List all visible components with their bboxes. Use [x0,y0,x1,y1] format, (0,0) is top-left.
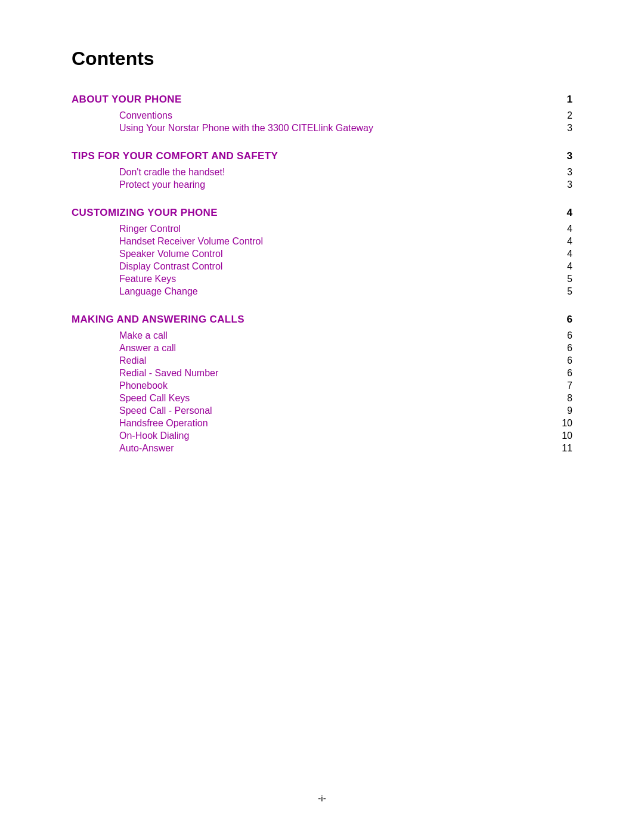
toc-sub-label-tips-for-comfort-1: Protect your hearing [119,179,205,190]
toc-heading-making-answering-calls: MAKING AND ANSWERING CALLS [72,314,244,326]
toc-sub-label-making-answering-calls-0: Make a call [119,330,168,341]
toc-section-customizing-your-phone: CUSTOMIZING YOUR PHONE4Ringer Control4Ha… [72,207,572,297]
list-item: Language Change5 [119,286,572,297]
list-item: Speed Call Keys8 [119,393,572,404]
list-item: Conventions2 [119,110,572,121]
toc-sub-label-making-answering-calls-4: Phonebook [119,380,168,391]
toc-sub-label-making-answering-calls-8: On-Hook Dialing [119,431,189,441]
toc-section-about-your-phone: ABOUT YOUR PHONE1Conventions2Using Your … [72,94,572,134]
toc-sub-label-customizing-your-phone-1: Handset Receiver Volume Control [119,236,263,247]
toc-sub-label-customizing-your-phone-0: Ringer Control [119,224,181,234]
toc-subitems-tips-for-comfort: Don't cradle the handset!3Protect your h… [72,167,572,190]
toc-heading-row-about-your-phone: ABOUT YOUR PHONE1 [72,94,572,106]
footer-page-number: -i- [0,793,644,803]
toc-section-tips-for-comfort: TIPS FOR YOUR COMFORT AND SAFETY3Don't c… [72,150,572,190]
toc-heading-page-about-your-phone: 1 [555,94,572,106]
list-item: Speaker Volume Control4 [119,249,572,259]
toc-sub-page-customizing-your-phone-0: 4 [555,224,572,234]
toc-sub-page-about-your-phone-0: 2 [555,110,572,121]
list-item: Auto-Answer11 [119,443,572,454]
list-item: On-Hook Dialing10 [119,431,572,441]
toc-sub-page-customizing-your-phone-1: 4 [555,236,572,247]
toc-sub-label-making-answering-calls-3: Redial - Saved Number [119,368,218,379]
toc-sub-page-customizing-your-phone-3: 4 [555,261,572,272]
list-item: Handsfree Operation10 [119,418,572,429]
toc-sub-label-customizing-your-phone-5: Language Change [119,286,198,297]
toc-heading-page-making-answering-calls: 6 [555,314,572,326]
toc-heading-tips-for-comfort: TIPS FOR YOUR COMFORT AND SAFETY [72,150,278,162]
toc-container: ABOUT YOUR PHONE1Conventions2Using Your … [72,94,572,454]
page-title: Contents [72,48,572,70]
toc-sub-label-about-your-phone-1: Using Your Norstar Phone with the 3300 C… [119,123,373,134]
toc-sub-label-customizing-your-phone-3: Display Contrast Control [119,261,222,272]
toc-sub-page-about-your-phone-1: 3 [555,123,572,134]
list-item: Answer a call6 [119,343,572,354]
toc-sub-page-making-answering-calls-6: 9 [555,405,572,416]
toc-sub-label-making-answering-calls-6: Speed Call - Personal [119,405,212,416]
toc-subitems-making-answering-calls: Make a call6Answer a call6Redial6Redial … [72,330,572,454]
list-item: Make a call6 [119,330,572,341]
toc-sub-page-making-answering-calls-1: 6 [555,343,572,354]
list-item: Redial - Saved Number6 [119,368,572,379]
list-item: Don't cradle the handset!3 [119,167,572,178]
toc-sub-page-making-answering-calls-5: 8 [555,393,572,404]
toc-sub-label-making-answering-calls-2: Redial [119,355,146,366]
toc-heading-about-your-phone: ABOUT YOUR PHONE [72,94,182,106]
toc-sub-page-customizing-your-phone-4: 5 [555,274,572,284]
toc-sub-page-making-answering-calls-9: 11 [555,443,572,454]
toc-sub-page-making-answering-calls-3: 6 [555,368,572,379]
toc-subitems-about-your-phone: Conventions2Using Your Norstar Phone wit… [72,110,572,134]
toc-heading-page-customizing-your-phone: 4 [555,207,572,219]
toc-sub-page-making-answering-calls-2: 6 [555,355,572,366]
toc-sub-label-making-answering-calls-9: Auto-Answer [119,443,174,454]
toc-heading-row-customizing-your-phone: CUSTOMIZING YOUR PHONE4 [72,207,572,219]
toc-sub-label-making-answering-calls-5: Speed Call Keys [119,393,190,404]
toc-section-making-answering-calls: MAKING AND ANSWERING CALLS6Make a call6A… [72,314,572,454]
toc-sub-page-customizing-your-phone-2: 4 [555,249,572,259]
list-item: Using Your Norstar Phone with the 3300 C… [119,123,572,134]
toc-heading-customizing-your-phone: CUSTOMIZING YOUR PHONE [72,207,218,219]
toc-sub-label-about-your-phone-0: Conventions [119,110,172,121]
list-item: Speed Call - Personal9 [119,405,572,416]
toc-sub-page-making-answering-calls-7: 10 [555,418,572,429]
toc-sub-label-making-answering-calls-1: Answer a call [119,343,176,354]
toc-sub-page-tips-for-comfort-0: 3 [555,167,572,178]
list-item: Ringer Control4 [119,224,572,234]
list-item: Handset Receiver Volume Control4 [119,236,572,247]
list-item: Feature Keys5 [119,274,572,284]
toc-sub-page-making-answering-calls-4: 7 [555,380,572,391]
list-item: Protect your hearing3 [119,179,572,190]
list-item: Redial6 [119,355,572,366]
list-item: Phonebook7 [119,380,572,391]
toc-heading-row-making-answering-calls: MAKING AND ANSWERING CALLS6 [72,314,572,326]
toc-sub-label-making-answering-calls-7: Handsfree Operation [119,418,208,429]
list-item: Display Contrast Control4 [119,261,572,272]
toc-heading-row-tips-for-comfort: TIPS FOR YOUR COMFORT AND SAFETY3 [72,150,572,162]
toc-sub-page-making-answering-calls-0: 6 [555,330,572,341]
toc-sub-label-customizing-your-phone-4: Feature Keys [119,274,176,284]
toc-sub-label-tips-for-comfort-0: Don't cradle the handset! [119,167,225,178]
toc-sub-page-making-answering-calls-8: 10 [555,431,572,441]
toc-sub-page-customizing-your-phone-5: 5 [555,286,572,297]
toc-subitems-customizing-your-phone: Ringer Control4Handset Receiver Volume C… [72,224,572,297]
page-container: Contents ABOUT YOUR PHONE1Conventions2Us… [0,0,644,833]
toc-sub-page-tips-for-comfort-1: 3 [555,179,572,190]
toc-heading-page-tips-for-comfort: 3 [555,150,572,162]
toc-sub-label-customizing-your-phone-2: Speaker Volume Control [119,249,222,259]
